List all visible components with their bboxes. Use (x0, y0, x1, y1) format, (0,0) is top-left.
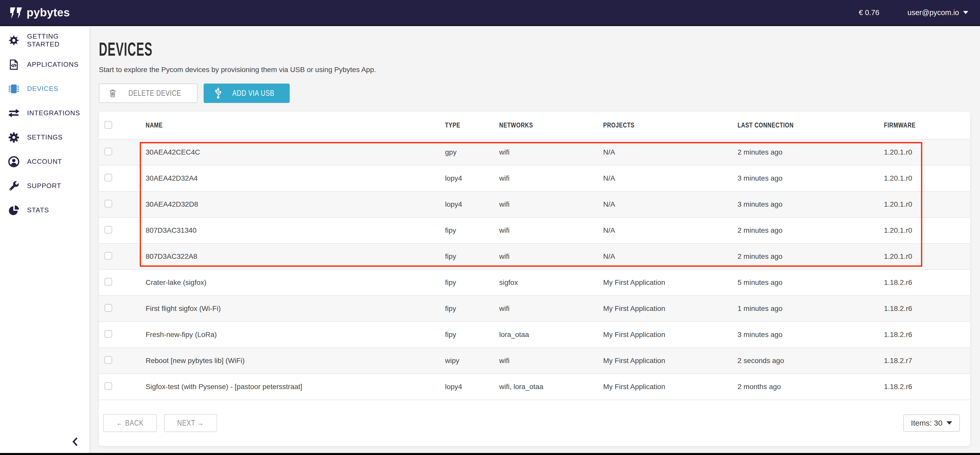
sidebar-item-label: DEVICES (27, 85, 59, 93)
device-type: fipy (445, 331, 499, 339)
device-last-connection: 3 minutes ago (738, 200, 884, 208)
device-type: lopy4 (445, 383, 499, 391)
row-checkbox[interactable] (105, 330, 112, 338)
sidebar-item-integrations[interactable]: INTEGRATIONS (0, 101, 89, 125)
row-checkbox[interactable] (105, 304, 112, 312)
sidebar-item-applications[interactable]: APPLICATIONS (0, 52, 89, 76)
items-per-page-label: Items: 30 (911, 419, 942, 427)
device-networks: wifi (499, 200, 603, 208)
sidebar-item-account[interactable]: ACCOUNT (0, 150, 89, 174)
table-row[interactable]: Crater-lake (sigfox) fipy sigfox My Firs… (99, 270, 970, 296)
add-via-usb-label: ADD VIA USB (232, 89, 274, 98)
items-per-page-dropdown[interactable]: Items: 30 (904, 414, 960, 432)
sidebar-item-devices[interactable]: DEVICES (0, 76, 89, 101)
device-type: wipy (445, 356, 499, 365)
main-content: DEVICES Start to explore the Pycom devic… (89, 27, 980, 455)
table-row[interactable]: Reboot [new pybytes lib] (WiFi) wipy wif… (99, 348, 970, 374)
device-last-connection: 2 minutes ago (738, 226, 884, 234)
device-type: fipy (445, 278, 499, 286)
user-menu[interactable]: user@pycom.io (907, 8, 968, 17)
next-button[interactable]: NEXT → (164, 414, 217, 432)
table-row[interactable]: 807D3AC31340 fipy wifi N/A 2 minutes ago… (99, 218, 970, 244)
code-document-icon (8, 59, 20, 71)
device-projects: N/A (603, 226, 738, 234)
table-row[interactable]: 30AEA42D32A4 lopy4 wifi N/A 3 minutes ag… (99, 165, 970, 192)
table-row[interactable]: Sigfox-test (with Pysense) - [pastoor pe… (99, 374, 970, 400)
device-name: 807D3AC31340 (146, 226, 445, 234)
device-last-connection: 3 minutes ago (738, 174, 884, 182)
row-checkbox[interactable] (105, 226, 112, 234)
device-firmware: 1.18.2.r6 (884, 331, 970, 339)
sidebar-item-stats[interactable]: STATS (0, 198, 89, 222)
column-header-networks: NETWORKS (499, 121, 533, 129)
row-checkbox[interactable] (105, 278, 112, 286)
row-checkbox[interactable] (105, 148, 112, 155)
sidebar-item-label: SETTINGS (27, 134, 63, 141)
device-name: 807D3AC322A8 (146, 252, 445, 261)
device-type: lopy4 (445, 200, 499, 208)
device-last-connection: 5 minutes ago (738, 278, 884, 286)
table-row[interactable]: 30AEA42D32D8 lopy4 wifi N/A 3 minutes ag… (99, 192, 970, 218)
device-projects: N/A (603, 174, 738, 182)
back-button[interactable]: ← BACK (103, 414, 157, 432)
sidebar: GETTING STARTED APPLICATIONS (0, 27, 89, 455)
person-icon (8, 156, 20, 168)
caret-down-icon (963, 11, 968, 14)
device-firmware: 1.18.2.r6 (884, 304, 970, 313)
device-networks: wifi (499, 174, 603, 182)
column-header-last-connection: LAST CONNECTION (738, 121, 794, 129)
device-firmware: 1.20.1.r0 (884, 148, 970, 156)
device-name: 30AEA42CEC4C (146, 148, 445, 156)
device-firmware: 1.20.1.r0 (884, 226, 970, 234)
sidebar-item-settings[interactable]: SETTINGS (0, 125, 89, 150)
row-checkbox[interactable] (105, 382, 112, 390)
sidebar-item-label: INTEGRATIONS (27, 109, 80, 117)
table-row[interactable]: First flight sigfox (Wi-Fi) fipy wifi My… (99, 296, 970, 322)
sidebar-collapse-button[interactable] (71, 437, 80, 447)
table-row[interactable]: Fresh-new-fipy (LoRa) fipy lora_otaa My … (99, 322, 970, 348)
user-email: user@pycom.io (907, 8, 959, 17)
device-firmware: 1.18.2.r6 (884, 383, 970, 391)
wrench-icon (8, 180, 20, 192)
row-checkbox[interactable] (105, 252, 112, 259)
delete-device-label: DELETE DEVICE (129, 89, 181, 98)
delete-device-button[interactable]: DELETE DEVICE (99, 84, 197, 103)
row-checkbox[interactable] (105, 356, 112, 364)
device-projects: My First Application (603, 356, 738, 365)
usb-icon (214, 88, 223, 99)
back-button-label: ← BACK (116, 418, 144, 428)
chevron-left-icon (72, 437, 79, 447)
devices-table-card: NAME TYPE NETWORKS PROJECTS LAST CONNECT… (99, 111, 970, 446)
table-row[interactable]: 807D3AC322A8 fipy wifi N/A 2 minutes ago… (99, 244, 970, 270)
pybytes-logo-icon (9, 6, 22, 19)
device-networks: wifi (499, 252, 603, 261)
trash-icon (108, 89, 117, 98)
row-checkbox[interactable] (105, 174, 112, 181)
device-last-connection: 2 months ago (738, 383, 884, 391)
table-row[interactable]: 30AEA42CEC4C gpy wifi N/A 2 minutes ago … (99, 140, 970, 165)
gear-icon (8, 131, 20, 143)
select-all-checkbox[interactable] (105, 121, 112, 129)
sidebar-item-label: APPLICATIONS (27, 60, 79, 68)
device-networks: sigfox (499, 278, 603, 286)
device-name: Fresh-new-fipy (LoRa) (146, 331, 445, 339)
device-type: fipy (445, 304, 499, 313)
pie-chart-icon (8, 204, 20, 216)
device-firmware: 1.18.2.r7 (884, 356, 970, 365)
top-navbar: pybytes € 0.76 user@pycom.io (0, 0, 980, 26)
add-via-usb-button[interactable]: ADD VIA USB (204, 84, 290, 103)
table-header-row: NAME TYPE NETWORKS PROJECTS LAST CONNECT… (99, 111, 970, 140)
arrows-exchange-icon (8, 107, 20, 119)
device-last-connection: 2 minutes ago (738, 252, 884, 261)
row-checkbox[interactable] (105, 200, 112, 207)
sidebar-item-support[interactable]: SUPPORT (0, 174, 89, 198)
device-last-connection: 3 minutes ago (738, 331, 884, 339)
sidebar-item-label: GETTING STARTED (27, 32, 89, 48)
device-last-connection: 1 minutes ago (738, 304, 884, 313)
device-projects: My First Application (603, 331, 738, 339)
device-type: gpy (445, 148, 499, 156)
device-last-connection: 2 seconds ago (738, 356, 884, 365)
sidebar-item-getting-started[interactable]: GETTING STARTED (0, 28, 89, 52)
next-button-label: NEXT → (177, 418, 204, 428)
sidebar-item-label: ACCOUNT (27, 158, 62, 165)
